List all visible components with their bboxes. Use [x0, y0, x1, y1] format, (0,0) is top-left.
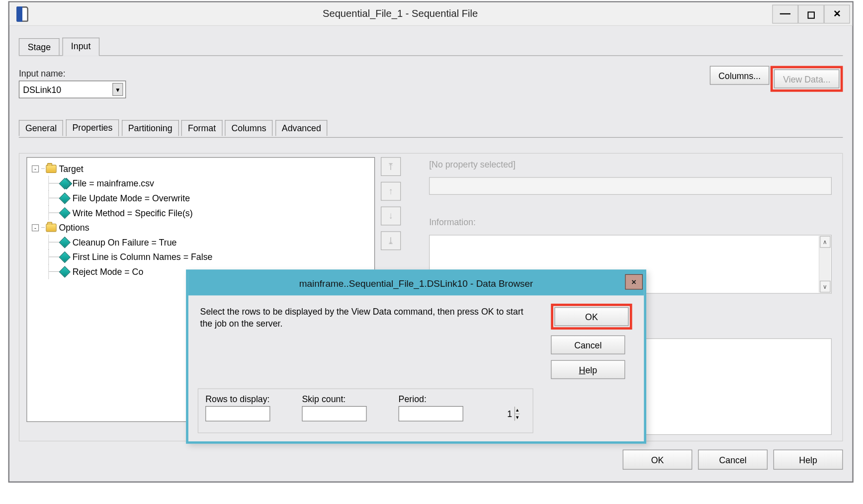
folder-icon: [46, 165, 56, 173]
tab-columns[interactable]: Columns: [225, 120, 272, 136]
period-label: Period:: [399, 394, 463, 404]
collapse-icon[interactable]: -: [32, 165, 39, 172]
move-down-button[interactable]: ↓: [381, 207, 401, 226]
tree-label: Options: [59, 220, 89, 235]
arrow-top-icon: ⤒: [387, 161, 394, 172]
scroll-up-icon[interactable]: ∧: [820, 236, 830, 248]
skip-input[interactable]: ▲▼: [302, 406, 366, 421]
dialog-cancel-button[interactable]: Cancel: [551, 336, 625, 354]
move-up-button[interactable]: ↑: [381, 182, 401, 201]
rows-input[interactable]: ▲▼: [205, 406, 270, 421]
rows-label: Rows to display:: [205, 394, 270, 404]
no-property-label: [No property selected]: [429, 160, 516, 169]
highlight-view-data: View Data...: [771, 66, 843, 92]
tab-stage[interactable]: Stage: [19, 38, 60, 55]
app-icon: [16, 6, 28, 21]
inner-tab-strip: General Properties Partitioning Format C…: [19, 119, 843, 137]
dialog-titlebar: mainframe..Sequential_File_1.DSLink10 - …: [188, 272, 644, 295]
spin-up-icon[interactable]: ▲: [515, 407, 520, 414]
reorder-buttons: ⤒ ↑ ↓ ⤓: [381, 157, 401, 250]
move-top-button[interactable]: ⤒: [381, 157, 401, 176]
view-data-button[interactable]: View Data...: [774, 70, 839, 88]
help-button[interactable]: Help: [774, 450, 843, 470]
property-icon: [59, 251, 71, 262]
tab-input[interactable]: Input: [62, 38, 99, 56]
tree-label: File Update Mode = Overwrite: [73, 191, 190, 206]
tab-general[interactable]: General: [19, 120, 63, 136]
input-name-combo[interactable]: DSLink10 ▼: [19, 81, 126, 98]
collapse-icon[interactable]: -: [32, 224, 39, 231]
tree-node-options[interactable]: - Options: [32, 220, 370, 235]
dialog-title: mainframe..Sequential_File_1.DSLink10 - …: [299, 278, 533, 289]
period-input[interactable]: ▲▼: [399, 406, 463, 421]
scroll-down-icon[interactable]: ∨: [820, 281, 830, 293]
dialog-field-group: Rows to display: ▲▼ Skip count: ▲▼ Perio…: [198, 388, 533, 433]
tree-item-file-update[interactable]: File Update Mode = Overwrite: [32, 191, 370, 206]
data-browser-dialog: mainframe..Sequential_File_1.DSLink10 - …: [186, 269, 646, 443]
folder-icon: [46, 223, 56, 232]
tree-label: Write Method = Specific File(s): [73, 205, 193, 220]
property-icon: [59, 177, 71, 189]
input-name-value: DSLink10: [23, 84, 61, 94]
dialog-message: Select the rows to be displayed by the V…: [200, 306, 530, 330]
arrow-up-icon: ↑: [388, 186, 393, 196]
spin-down-icon[interactable]: ▼: [515, 414, 520, 421]
highlight-ok: OK: [551, 304, 632, 330]
information-label: Information:: [429, 217, 476, 227]
tree-label: Cleanup On Failure = True: [73, 235, 177, 250]
tab-partitioning[interactable]: Partitioning: [122, 120, 179, 136]
close-icon: ✕: [833, 8, 841, 19]
tree-item-write-method[interactable]: Write Method = Specific File(s): [32, 205, 370, 220]
dialog-close-button[interactable]: ×: [625, 274, 643, 290]
property-icon: [59, 236, 71, 248]
tab-properties[interactable]: Properties: [66, 119, 119, 136]
cancel-button[interactable]: Cancel: [698, 450, 768, 470]
arrow-down-icon: ↓: [388, 211, 393, 221]
scrollbar[interactable]: ∧ ∨: [819, 236, 831, 293]
property-icon: [59, 266, 71, 277]
tab-advanced[interactable]: Advanced: [275, 120, 328, 136]
chevron-down-icon: ▼: [112, 83, 123, 96]
property-icon: [59, 192, 71, 204]
tree-label: File = mainframe.csv: [73, 176, 154, 191]
move-bottom-button[interactable]: ⤓: [381, 231, 401, 250]
property-value-input[interactable]: [429, 177, 832, 195]
ok-button[interactable]: OK: [623, 450, 692, 470]
titlebar: Sequential_File_1 - Sequential File — ◻ …: [9, 2, 852, 26]
maximize-icon: ◻: [807, 7, 816, 20]
tree-item-cleanup[interactable]: Cleanup On Failure = True: [32, 235, 370, 250]
tree-node-target[interactable]: - Target: [32, 161, 370, 176]
tree-label: Target: [59, 161, 83, 176]
tree-label: Reject Mode = Co: [73, 264, 144, 279]
property-icon: [59, 207, 71, 218]
close-icon: ×: [631, 277, 636, 287]
minimize-icon: —: [780, 7, 790, 20]
tree-item-first-line[interactable]: First Line is Column Names = False: [32, 250, 370, 264]
columns-button[interactable]: Columns...: [710, 66, 770, 85]
window-title: Sequential_File_1 - Sequential File: [28, 8, 773, 20]
top-tab-strip: Stage Input: [19, 38, 843, 56]
minimize-button[interactable]: —: [772, 4, 798, 23]
tree-item-file[interactable]: File = mainframe.csv: [32, 176, 370, 191]
close-button[interactable]: ✕: [824, 4, 850, 23]
arrow-bottom-icon: ⤓: [387, 235, 394, 246]
tree-label: First Line is Column Names = False: [73, 250, 213, 264]
tab-format[interactable]: Format: [181, 120, 222, 136]
dialog-ok-button[interactable]: OK: [554, 307, 628, 326]
period-value[interactable]: [399, 407, 515, 420]
dialog-help-button[interactable]: Help: [551, 360, 625, 379]
skip-label: Skip count:: [302, 394, 366, 404]
maximize-button[interactable]: ◻: [798, 4, 824, 23]
